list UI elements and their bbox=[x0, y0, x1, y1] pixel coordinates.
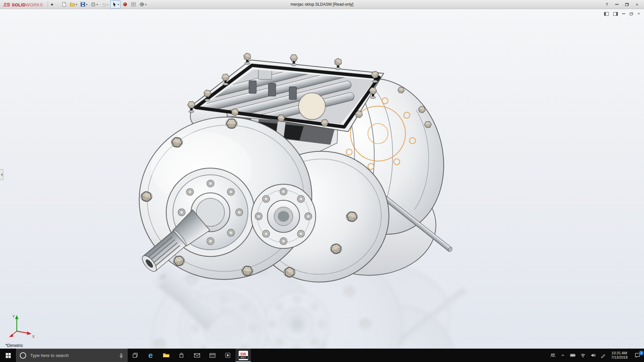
undo-icon bbox=[101, 2, 106, 7]
doc-restore-button[interactable] bbox=[630, 12, 633, 16]
brand-text-bold: SOLID bbox=[12, 2, 26, 7]
save-dropdown-arrow[interactable]: ▾ bbox=[86, 3, 88, 6]
titlebar: ΞS SOLID WORKS ▶ ▾ bbox=[0, 0, 644, 9]
red-sphere-icon bbox=[122, 2, 128, 7]
solidworks-logo: ΞS SOLID WORKS bbox=[0, 2, 46, 7]
doc-close-button[interactable]: × bbox=[637, 12, 640, 16]
media-player-icon bbox=[225, 352, 231, 358]
people-icon bbox=[550, 353, 556, 358]
windows-logo-icon bbox=[5, 353, 11, 358]
system-tray: 10:31 AM 7/13/2018 2 bbox=[548, 349, 644, 362]
console-window-icon bbox=[209, 353, 216, 358]
undo-button[interactable]: ▾ bbox=[100, 1, 109, 8]
edge-icon: e bbox=[148, 351, 153, 359]
model-canvas[interactable] bbox=[0, 9, 644, 349]
print-button[interactable]: ▾ bbox=[90, 1, 99, 8]
console-window-button[interactable] bbox=[205, 349, 220, 362]
volume-button[interactable] bbox=[588, 349, 598, 362]
pane-right-icon[interactable] bbox=[613, 12, 618, 16]
solidworks-app-icon: SW 2017 bbox=[238, 351, 248, 360]
save-icon bbox=[80, 2, 86, 7]
show-hidden-icons-button[interactable] bbox=[558, 349, 568, 362]
select-tool-button[interactable]: ▾ bbox=[110, 0, 120, 8]
brand-text-light: WORKS bbox=[26, 2, 43, 7]
media-player-button[interactable] bbox=[220, 349, 235, 362]
print-icon bbox=[91, 2, 96, 7]
ds-logo-icon: ΞS bbox=[3, 2, 10, 7]
new-document-button[interactable] bbox=[60, 1, 68, 8]
minimize-icon bbox=[615, 4, 619, 5]
pane-left-icon[interactable] bbox=[604, 12, 609, 16]
clock-date: 7/13/2018 bbox=[611, 355, 628, 360]
properties-button[interactable] bbox=[130, 1, 137, 8]
minimize-button[interactable] bbox=[612, 0, 622, 9]
pen-button[interactable] bbox=[598, 349, 608, 362]
quick-access-toolbar: ▾ ▾ ▾ bbox=[60, 0, 148, 8]
file-explorer-icon bbox=[163, 352, 170, 358]
select-dropdown-arrow[interactable]: ▾ bbox=[118, 3, 119, 6]
restore-button[interactable] bbox=[622, 0, 632, 9]
orientation-triad: Y X bbox=[4, 312, 36, 341]
print-dropdown-arrow[interactable]: ▾ bbox=[97, 3, 98, 6]
store-button[interactable] bbox=[174, 349, 189, 362]
graphics-viewport[interactable]: × Y X *Dimetric bbox=[0, 9, 644, 349]
window-controls: ? × bbox=[602, 0, 642, 9]
cortana-icon bbox=[20, 352, 26, 359]
store-icon bbox=[178, 352, 184, 358]
spreadsheet-icon bbox=[131, 2, 136, 7]
options-button[interactable]: ▾ bbox=[138, 1, 148, 8]
battery-button[interactable] bbox=[568, 349, 578, 362]
triad-x-label: X bbox=[32, 335, 35, 339]
open-folder-icon bbox=[70, 2, 75, 7]
microphone-icon[interactable] bbox=[119, 353, 124, 358]
feature-tree-collapse-tab[interactable] bbox=[0, 169, 3, 180]
help-button[interactable]: ? bbox=[602, 0, 612, 9]
pen-icon bbox=[601, 353, 606, 358]
close-button[interactable]: × bbox=[632, 0, 642, 9]
wifi-icon bbox=[580, 353, 586, 358]
mail-icon bbox=[194, 353, 200, 358]
open-dropdown-arrow[interactable]: ▾ bbox=[76, 3, 77, 6]
search-input[interactable] bbox=[30, 353, 115, 358]
select-arrow-icon bbox=[112, 2, 117, 7]
edge-button[interactable]: e bbox=[143, 349, 158, 362]
task-view-icon bbox=[132, 352, 138, 358]
menu-flyout-arrow[interactable]: ▶ bbox=[49, 3, 56, 6]
options-gear-icon bbox=[139, 2, 145, 7]
people-button[interactable] bbox=[548, 349, 558, 362]
undo-dropdown-arrow[interactable]: ▾ bbox=[107, 3, 108, 6]
document-window-controls: × bbox=[604, 12, 640, 16]
new-document-icon bbox=[61, 2, 67, 7]
solidworks-taskbar-button[interactable]: SW 2017 bbox=[235, 349, 251, 362]
start-button[interactable] bbox=[0, 349, 16, 362]
network-button[interactable] bbox=[578, 349, 588, 362]
open-button[interactable]: ▾ bbox=[69, 1, 78, 8]
taskbar-search[interactable] bbox=[16, 349, 127, 362]
gearbox-assembly[interactable] bbox=[126, 52, 460, 293]
divider bbox=[48, 1, 48, 7]
clock[interactable]: 10:31 AM 7/13/2018 bbox=[608, 349, 631, 362]
battery-icon bbox=[570, 352, 576, 358]
restore-icon bbox=[625, 3, 629, 6]
screen: ΞS SOLID WORKS ▶ ▾ bbox=[0, 0, 644, 362]
file-explorer-button[interactable] bbox=[158, 349, 174, 362]
chevron-up-icon bbox=[560, 353, 565, 358]
save-button[interactable]: ▾ bbox=[79, 1, 89, 8]
doc-minimize-button[interactable] bbox=[622, 12, 625, 16]
options-dropdown-arrow[interactable]: ▾ bbox=[145, 3, 147, 6]
notification-badge: 2 bbox=[639, 351, 644, 355]
collapse-arrow-icon bbox=[1, 173, 2, 176]
appearance-button[interactable] bbox=[121, 1, 129, 8]
clock-time: 10:31 AM bbox=[611, 351, 628, 355]
action-center-button[interactable]: 2 bbox=[631, 349, 644, 362]
windows-taskbar: e bbox=[0, 349, 644, 362]
triad-y-label: Y bbox=[12, 314, 15, 318]
view-orientation-label: *Dimetric bbox=[5, 343, 23, 348]
task-view-button[interactable] bbox=[127, 349, 143, 362]
speaker-icon bbox=[590, 353, 596, 358]
mail-button[interactable] bbox=[189, 349, 205, 362]
